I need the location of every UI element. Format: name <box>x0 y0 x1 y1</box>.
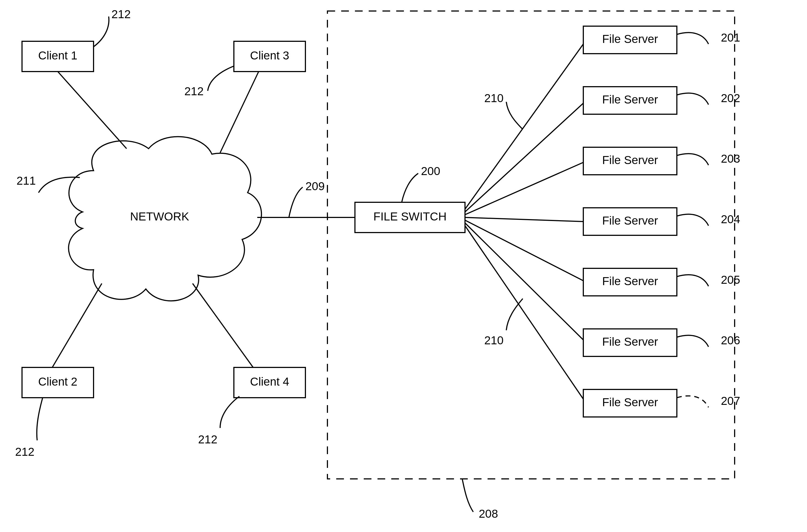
link-s5 <box>465 220 583 281</box>
lead-205 <box>677 275 709 286</box>
lead-200 <box>402 173 418 202</box>
link-s6 <box>465 223 583 340</box>
link-c2 <box>52 284 102 367</box>
ref-209: 209 <box>305 180 325 193</box>
lead-210b <box>506 299 523 330</box>
ref-208: 208 <box>479 507 498 520</box>
lead-206 <box>677 335 709 347</box>
link-c1 <box>58 72 127 149</box>
link-s1 <box>465 44 583 209</box>
lead-203 <box>677 154 709 165</box>
ref-206: 206 <box>721 334 740 347</box>
ref-212c: 212 <box>15 445 34 458</box>
ref-212b: 212 <box>184 85 204 98</box>
link-c3 <box>220 72 258 153</box>
ref-200: 200 <box>421 165 440 177</box>
ref-203: 203 <box>721 152 740 165</box>
lead-212c <box>37 398 43 440</box>
lead-208 <box>462 479 473 512</box>
client2-label: Client 2 <box>38 375 77 388</box>
link-s7 <box>465 226 583 399</box>
ref-204: 204 <box>721 213 740 226</box>
lead-207 <box>677 396 709 407</box>
lead-204 <box>677 214 709 226</box>
link-s2 <box>465 103 583 212</box>
ref-202: 202 <box>721 92 740 104</box>
server6-label: File Server <box>602 335 658 348</box>
server4-label: File Server <box>602 214 658 227</box>
ref-211: 211 <box>17 174 36 187</box>
fileswitch-label: FILE SWITCH <box>373 210 446 223</box>
servers-group: File Server File Server File Server File… <box>583 26 677 417</box>
lead-202 <box>677 93 709 104</box>
client1-label: Client 1 <box>38 49 77 62</box>
diagram-canvas: NETWORK Client 1 Client 3 Client 2 Clien… <box>0 0 807 532</box>
lead-212d <box>220 396 239 428</box>
server2-label: File Server <box>602 93 658 106</box>
ref-212a: 212 <box>112 8 131 21</box>
ref-205: 205 <box>721 273 740 286</box>
lead-212b <box>208 66 234 91</box>
lead-201 <box>677 33 709 44</box>
server3-label: File Server <box>602 154 658 167</box>
lead-212a <box>94 17 109 47</box>
link-s3 <box>465 163 583 215</box>
ref-210a: 210 <box>484 92 503 104</box>
network-label: NETWORK <box>130 210 189 223</box>
ref-210b: 210 <box>484 334 503 347</box>
ref-207: 207 <box>721 394 740 407</box>
ref-212d: 212 <box>198 433 217 446</box>
ref-201: 201 <box>721 31 740 44</box>
lead-209 <box>289 187 303 217</box>
client4-label: Client 4 <box>250 375 289 388</box>
link-c4 <box>193 284 253 367</box>
lead-210a <box>506 102 523 129</box>
link-s4 <box>465 217 583 222</box>
server1-label: File Server <box>602 33 658 45</box>
client3-label: Client 3 <box>250 49 289 62</box>
server7-label: File Server <box>602 396 658 409</box>
server5-label: File Server <box>602 275 658 288</box>
